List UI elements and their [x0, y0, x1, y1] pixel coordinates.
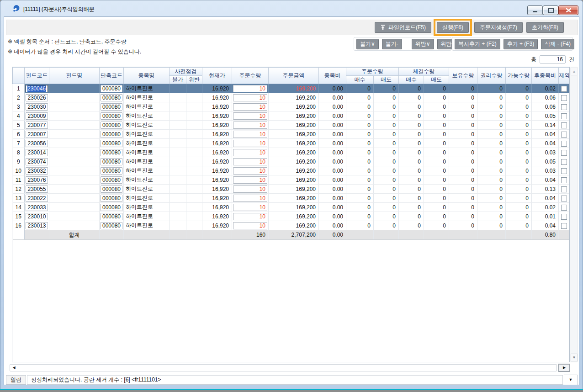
exclude-checkbox[interactable] [561, 196, 567, 201]
table-row[interactable]: 1230046000080하이트진로16,92010169,2000.00000… [13, 84, 570, 93]
table-row[interactable]: 8230014000080하이트진로16,92010169,2000.00000… [13, 148, 570, 157]
short-code-input[interactable]: 000080 [101, 213, 122, 220]
order-qty-input[interactable]: 10 [233, 122, 267, 129]
fund-code-input[interactable]: 230010 [26, 213, 48, 220]
scroll-up-icon[interactable]: ▲ [571, 68, 578, 75]
table-row[interactable]: 6230007000080하이트진로16,92010169,2000.00000… [13, 130, 570, 139]
close-button[interactable] [558, 5, 578, 15]
record-count-value[interactable]: 16 [540, 55, 566, 64]
short-code-input[interactable]: 000080 [101, 149, 122, 156]
table-row[interactable]: 2230026000080하이트진로16,92010169,2000.00000… [13, 93, 570, 102]
fund-code-input[interactable]: 230007 [26, 131, 48, 138]
add-row-button[interactable]: 추가 + (F3) [504, 39, 538, 49]
order-qty-input[interactable]: 10 [233, 112, 267, 120]
exclude-checkbox[interactable] [561, 113, 567, 119]
horizontal-scrollbar[interactable]: ◀ [10, 364, 557, 371]
short-code-input[interactable]: 000080 [101, 122, 122, 129]
exclude-checkbox[interactable] [561, 205, 567, 211]
delete-row-button[interactable]: 삭제 - (F4) [541, 39, 574, 49]
short-code-input[interactable]: 000080 [101, 85, 122, 92]
short-code-input[interactable]: 000080 [101, 140, 122, 147]
short-code-input[interactable]: 000080 [101, 94, 122, 101]
order-qty-input[interactable]: 10 [233, 167, 267, 175]
table-row[interactable]: 11230076000080하이트진로16,92010169,2000.0000… [13, 175, 570, 185]
exclude-checkbox[interactable] [561, 159, 567, 165]
fund-code-input[interactable]: 230046 [26, 85, 48, 92]
file-upload-button[interactable]: 파일업로드(F5) [375, 22, 431, 33]
order-qty-input[interactable]: 10 [233, 131, 267, 138]
order-qty-input[interactable]: 10 [233, 213, 267, 220]
order-qty-input[interactable]: 10 [233, 94, 267, 101]
maximize-button[interactable] [543, 5, 558, 15]
short-code-input[interactable]: 000080 [101, 204, 122, 211]
table-row[interactable]: 15230010000080하이트진로16,92010169,2000.0000… [13, 212, 570, 221]
order-qty-input[interactable]: 10 [233, 140, 267, 147]
table-row[interactable]: 3230030000080하이트진로16,92010169,2000.00000… [13, 102, 570, 111]
exclude-checkbox[interactable] [561, 186, 567, 192]
short-code-input[interactable]: 000080 [101, 185, 122, 193]
fund-code-input[interactable]: 230013 [26, 222, 48, 229]
table-row[interactable]: 7230056000080하이트진로16,92010169,2000.00000… [13, 139, 570, 148]
status-dropdown-button[interactable]: ▼ [564, 375, 578, 385]
order-qty-input[interactable]: 10 [233, 176, 267, 184]
table-row[interactable]: 9230074000080하이트진로16,92010169,2000.00000… [13, 157, 570, 166]
fund-code-input[interactable]: 230026 [26, 94, 48, 101]
exclude-checkbox[interactable] [561, 122, 567, 128]
short-code-input[interactable]: 000080 [101, 103, 122, 111]
short-code-input[interactable]: 000080 [101, 222, 122, 229]
exclude-checkbox[interactable] [561, 104, 567, 110]
reset-button[interactable]: 초기화(F8) [526, 22, 564, 33]
order-qty-input[interactable]: 10 [233, 103, 267, 111]
exclude-checkbox[interactable] [561, 141, 567, 147]
scroll-left-icon[interactable]: ◀ [11, 365, 17, 371]
copy-add-row-button[interactable]: 복사추가 + (F2) [455, 39, 500, 49]
fund-code-input[interactable]: 230032 [26, 167, 48, 175]
fund-code-input[interactable]: 230009 [26, 112, 48, 120]
execute-button[interactable]: 실행(F6) [437, 22, 469, 33]
fund-code-input[interactable]: 230014 [26, 149, 48, 156]
table-row[interactable]: 14230033000080하이트진로16,92010169,2000.0000… [13, 203, 570, 212]
order-qty-input[interactable]: 10 [233, 195, 267, 202]
order-qty-input[interactable]: 10 [233, 185, 267, 193]
vertical-scrollbar[interactable]: ▲ ▼ [570, 67, 578, 362]
table-row[interactable]: 5230077000080하이트진로16,92010169,2000.00000… [13, 121, 570, 130]
title-bar[interactable]: [11111] (자문사)주식임의배분 [0, 0, 583, 16]
exclude-checkbox[interactable] [561, 223, 567, 229]
exclude-checkbox[interactable] [561, 132, 567, 138]
order-qty-input[interactable]: 10 [233, 149, 267, 156]
scroll-down-icon[interactable]: ▼ [571, 354, 578, 361]
table-row[interactable]: 13230022000080하이트진로16,92010169,2000.0000… [13, 194, 570, 203]
exclude-checkbox[interactable] [561, 177, 567, 183]
order-qty-input[interactable]: 10 [233, 85, 267, 92]
fund-code-input[interactable]: 230030 [26, 103, 48, 111]
exclude-checkbox[interactable] [561, 95, 567, 101]
exclude-checkbox[interactable] [561, 86, 567, 92]
short-code-input[interactable]: 000080 [101, 131, 122, 138]
table-row[interactable]: 12230055000080하이트진로16,92010169,2000.0000… [13, 185, 570, 194]
fund-code-input[interactable]: 230022 [26, 195, 48, 202]
fund-code-input[interactable]: 230077 [26, 122, 48, 129]
fund-code-input[interactable]: 230033 [26, 204, 48, 211]
table-row[interactable]: 10230032000080하이트진로16,92010169,2000.0000… [13, 166, 570, 175]
exclude-checkbox[interactable] [561, 150, 567, 156]
short-code-input[interactable]: 000080 [101, 176, 122, 184]
table-row[interactable]: 16230013000080하이트진로16,92010169,2000.0000… [13, 221, 570, 230]
short-code-input[interactable]: 000080 [101, 167, 122, 175]
block-clear-button[interactable]: 불가- [382, 39, 402, 49]
violate-check-all-button[interactable]: 위반∨ [412, 39, 434, 49]
short-code-input[interactable]: 000080 [101, 195, 122, 202]
block-check-all-button[interactable]: 불가∨ [356, 39, 379, 49]
scroll-right-icon[interactable]: ▶ [558, 364, 570, 372]
order-qty-input[interactable]: 10 [233, 222, 267, 229]
create-order-button[interactable]: 주문지생성(F7) [474, 22, 523, 33]
order-qty-input[interactable]: 10 [233, 204, 267, 211]
table-row[interactable]: 4230009000080하이트진로16,92010169,2000.00000… [13, 111, 570, 121]
fund-code-input[interactable]: 230055 [26, 185, 48, 193]
order-qty-input[interactable]: 10 [233, 158, 267, 165]
exclude-checkbox[interactable] [561, 214, 567, 220]
fund-code-input[interactable]: 230076 [26, 176, 48, 184]
fund-code-input[interactable]: 230056 [26, 140, 48, 147]
minimize-button[interactable] [527, 5, 543, 15]
exclude-checkbox[interactable] [561, 168, 567, 174]
short-code-input[interactable]: 000080 [101, 112, 122, 120]
